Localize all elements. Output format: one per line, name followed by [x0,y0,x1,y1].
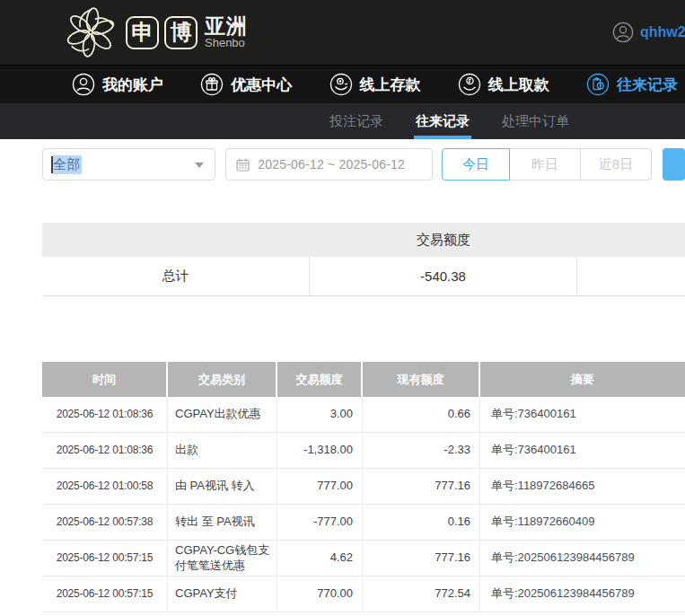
username-label: qhhw2 [640,24,685,40]
logo-flower-icon [65,6,117,58]
nav-label: 往来记录 [617,75,678,95]
column-header-balance: 现有额度 [363,362,480,397]
nav-item-my-account[interactable]: 我的账户 [72,73,163,96]
cell-type: 出款 [168,433,277,468]
table-row: 2025-06-12 01:08:36 出款 -1,318.00 -2.33 单… [42,433,685,469]
type-select-value: 全部 [53,155,82,174]
cell-amount: -1,318.00 [277,433,363,468]
cell-time: 2025-06-12 00:57:15 [42,576,168,612]
summary-header-empty [577,223,685,257]
logo-char-shen: 申 [126,16,159,49]
app-header: 申 博 亚洲 Shenbo qhhw2 [0,0,685,65]
logo-text: 亚洲 Shenbo [205,15,248,49]
summary-total-value: -540.38 [310,257,577,295]
search-button[interactable] [663,148,685,180]
summary-empty-cell [577,257,685,295]
column-header-time: 时间 [42,362,168,397]
cell-summary: 单号:202506123984456789 [480,576,685,612]
cell-summary: 单号:202506123984456789 [480,541,685,576]
cell-amount: 3.00 [277,397,363,432]
date-range-value: 2025-06-12 ~ 2025-06-12 [258,157,405,172]
table-row: 2025-06-12 01:00:58 由 PA视讯 转入 777.00 777… [42,469,685,505]
calendar-icon [235,157,250,172]
cell-type: CGPAY-CG钱包支付笔笔送优惠 [168,541,277,576]
page: 申 博 亚洲 Shenbo qhhw2 [0,0,685,616]
cell-summary: 单号:118972684665 [480,469,685,504]
quick-date-buttons: 今日 昨日 近8日 [442,148,652,180]
tab-transaction-records[interactable]: 往来记录 [414,103,471,139]
tab-label: 投注记录 [329,113,383,130]
cell-summary: 单号:736400161 [480,433,685,468]
date-range-input[interactable]: 2025-06-12 ~ 2025-06-12 [225,148,433,180]
cell-summary: 单号:118972660409 [480,505,685,540]
withdraw-icon [458,73,481,96]
chevron-down-icon [195,163,204,168]
logo[interactable]: 申 博 亚洲 Shenbo [65,6,248,58]
yesterday-button[interactable]: 昨日 [510,148,581,180]
cell-time: 2025-06-12 01:08:36 [42,397,168,432]
filter-bar: 全部 2025-06-12 ~ 2025-06-12 [42,148,685,180]
cell-type: CGPAY支付 [168,576,277,612]
cell-type: 由 PA视讯 转入 [168,469,277,504]
cell-amount: 770.00 [277,576,363,612]
cell-balance: 0.66 [363,397,480,432]
nav-label: 优惠中心 [231,75,292,95]
nav-item-withdraw[interactable]: 线上取款 [458,73,549,96]
summary-total-label: 总计 [42,257,310,295]
nav-label: 我的账户 [102,75,163,95]
cell-balance: 777.16 [363,469,480,504]
tab-label: 往来记录 [416,113,470,130]
nav-item-records[interactable]: 往来记录 [586,73,678,96]
column-header-type: 交易类别 [168,362,277,397]
cell-balance: 772.54 [363,576,480,612]
last-8-days-button[interactable]: 近8日 [581,148,652,180]
cell-amount: 4.62 [277,541,363,576]
user-avatar-icon [612,22,634,43]
cell-time: 2025-06-12 00:57:38 [42,505,168,540]
cell-amount: 777.00 [277,469,363,504]
type-select[interactable]: 全部 [42,148,215,180]
cell-type: 转出 至 PA视讯 [168,505,277,540]
deposit-icon [329,73,353,96]
logo-subtitle-label: Shenbo [205,37,248,49]
table-row: 2025-06-12 01:08:36 CGPAY出款优惠 3.00 0.66 … [42,397,685,433]
main-nav: 我的账户 优惠中心 线上存款 [0,65,685,103]
cell-balance: 777.16 [363,541,480,576]
today-button[interactable]: 今日 [442,148,510,180]
table-row: 2025-06-12 00:57:38 转出 至 PA视讯 -777.00 0.… [42,505,685,541]
cell-type: CGPAY出款优惠 [168,397,277,432]
tab-processing-orders[interactable]: 处理中订单 [500,103,571,139]
records-icon [586,73,610,96]
tab-betting-records[interactable]: 投注记录 [328,103,385,139]
transactions-table: 时间 交易类别 交易额度 现有额度 摘要 2025-06-12 01:08:36… [42,362,685,612]
summary-total-row: 总计 -540.38 [42,257,685,296]
nav-label: 线上取款 [488,75,549,95]
cell-balance: 0.16 [363,505,480,540]
nav-item-promotions[interactable]: 优惠中心 [200,73,292,96]
user-account[interactable]: qhhw2 [612,0,685,65]
logo-region-label: 亚洲 [205,15,248,37]
table-row: 2025-06-12 00:57:15 CGPAY支付 770.00 772.5… [42,576,685,612]
transactions-header-row: 时间 交易类别 交易额度 现有额度 摘要 [42,362,685,397]
cell-time: 2025-06-12 00:57:15 [42,541,168,576]
summary-table: 交易额度 总计 -540.38 [42,223,685,296]
content: 全部 2025-06-12 ~ 2025-06-12 [0,139,685,612]
user-icon [72,73,95,96]
cell-balance: -2.33 [363,433,480,468]
gift-icon [200,73,224,96]
summary-header-row: 交易额度 [42,223,685,257]
cell-time: 2025-06-12 01:08:36 [42,433,168,468]
summary-header-amount: 交易额度 [310,223,577,257]
column-header-amount: 交易额度 [277,362,363,397]
nav-item-deposit[interactable]: 线上存款 [329,73,421,96]
cell-amount: -777.00 [277,505,363,540]
cell-summary: 单号:736400161 [480,397,685,432]
tab-label: 处理中订单 [502,113,569,130]
table-row: 2025-06-12 00:57:15 CGPAY-CG钱包支付笔笔送优惠 4.… [42,541,685,576]
logo-char-bo: 博 [164,16,198,49]
summary-header-empty [42,223,310,257]
nav-label: 线上存款 [360,75,421,95]
records-tabs: 投注记录 往来记录 处理中订单 [0,103,685,139]
cell-time: 2025-06-12 01:00:58 [42,469,168,504]
column-header-summary: 摘要 [480,362,685,397]
